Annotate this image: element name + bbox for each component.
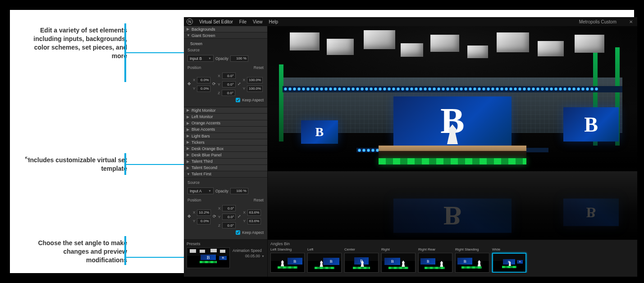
tree-item[interactable]: ▶Right Monitor <box>184 107 267 114</box>
tree-label: Desk Orange Box <box>192 146 224 151</box>
scale-y[interactable]: 100.0% <box>247 86 263 92</box>
menu-file[interactable]: File <box>239 19 247 24</box>
set-viewport[interactable]: B B B <box>268 26 637 240</box>
right-monitor: B <box>563 107 619 142</box>
y-label: Y <box>218 215 220 219</box>
keep-aspect-checkbox-2[interactable] <box>236 230 240 235</box>
tree-item[interactable]: ▶Desk Orange Box <box>184 146 267 152</box>
scale-yb[interactable]: 63.6% <box>247 218 261 224</box>
menu-view[interactable]: View <box>253 19 263 24</box>
tree-label: Orange Accents <box>192 121 220 125</box>
angle-right-standing[interactable]: Right Standing B <box>455 247 489 273</box>
angle-wide[interactable]: Wide B B <box>492 247 526 273</box>
z-label: Z <box>218 91 220 95</box>
tree-talent-first[interactable]: ▼ Talent First <box>184 171 267 178</box>
menu-help[interactable]: Help <box>269 19 278 24</box>
y-label: Y <box>193 219 195 223</box>
source-select[interactable]: Input B ▼ <box>187 55 214 62</box>
x-label: X <box>218 206 220 210</box>
source-label: Source <box>187 48 200 52</box>
presets-column: Presets B B <box>184 240 268 277</box>
source-label: Source <box>187 180 200 185</box>
y-label: Y <box>193 87 195 91</box>
rot-y[interactable]: 0.0° <box>222 81 236 87</box>
preset-thumbnail[interactable]: B B <box>187 247 230 268</box>
tree-item[interactable]: ▶Light Bars <box>184 133 267 139</box>
position-label: Position <box>187 198 201 202</box>
reset-button[interactable]: Reset <box>254 198 264 202</box>
tree-item[interactable]: ▶Orange Accents <box>184 120 267 127</box>
pos-x1[interactable]: 0.0% <box>197 77 210 83</box>
tree-label: Right Monitor <box>192 108 216 113</box>
reset-button[interactable]: Reset <box>254 65 264 70</box>
tree-label: Talent Third <box>192 159 213 164</box>
chevron-right-icon: ▶ <box>187 160 190 164</box>
light-strip-upper <box>283 86 622 92</box>
angle-left[interactable]: Left B <box>307 247 342 273</box>
opacity-field[interactable]: 100 % <box>230 55 248 62</box>
scale-xb[interactable]: 63.6% <box>247 210 261 216</box>
opacity-label: Opacity <box>215 56 228 61</box>
mini-letter: B <box>457 258 472 265</box>
tree-backgrounds[interactable]: ▶ Backgrounds <box>184 26 267 32</box>
source-value: Input A <box>190 189 201 193</box>
anim-speed-value[interactable]: 00.05.00 <box>245 254 260 258</box>
scale-icon[interactable]: ⤢ <box>238 82 241 86</box>
rot-yb[interactable]: 0.0° <box>222 214 236 220</box>
angle-label: Right <box>381 247 416 253</box>
z-label: Z <box>218 224 220 228</box>
rotate-icon[interactable]: ⟳ <box>212 82 216 86</box>
y-label: Y <box>243 87 245 91</box>
ceiling-cube <box>290 32 320 50</box>
chevron-down-icon: ▼ <box>187 33 190 37</box>
ceiling-cube <box>430 35 459 52</box>
screen-sub-label: Screen <box>187 41 264 46</box>
close-button[interactable]: ✕ <box>627 19 635 24</box>
angle-label: Right Rear <box>418 247 452 253</box>
callout-1-text: Edit a variety of set elements including… <box>23 26 127 60</box>
angle-left-standing[interactable]: Left Standing B <box>270 247 305 273</box>
rot-xb[interactable]: 0.0° <box>222 205 236 211</box>
mini-letter: B <box>219 256 227 260</box>
scale-icon[interactable]: ⤢ <box>238 214 241 219</box>
tree-giant-screen[interactable]: ▼ Giant Screen <box>184 32 267 39</box>
tree-item[interactable]: ▶Blue Accents <box>184 127 267 133</box>
source-select-2[interactable]: Input A ▼ <box>187 187 214 194</box>
tree-item[interactable]: ▶Left Monitor <box>184 114 267 120</box>
y-label: Y <box>218 82 220 87</box>
angle-right[interactable]: Right B <box>381 247 416 273</box>
move-icon[interactable]: ✥ <box>187 82 191 86</box>
angle-label: Left <box>307 247 342 253</box>
app-logo-icon: N <box>187 18 193 25</box>
rotate-icon[interactable]: ⟳ <box>213 214 216 219</box>
angle-right-rear[interactable]: Right Rear B <box>418 247 452 273</box>
scale-x[interactable]: 100.0% <box>247 77 263 83</box>
keep-aspect-checkbox[interactable] <box>236 98 240 102</box>
bottom-strip: Presets B B <box>184 240 637 277</box>
move-icon[interactable]: ✥ <box>187 214 191 219</box>
chevron-right-icon: ▶ <box>187 27 190 31</box>
pos-y1[interactable]: 0.0% <box>197 86 210 92</box>
tree-item[interactable]: ▶Talent Third <box>184 159 267 165</box>
angle-center[interactable]: Center B <box>344 247 379 273</box>
chevron-down-icon: ▼ <box>208 57 211 60</box>
tree-item[interactable]: ▶Desk Blue Panel <box>184 152 267 158</box>
tree-label: Light Bars <box>192 134 210 138</box>
pos-y1b[interactable]: 0.0% <box>197 218 210 224</box>
rot-zb[interactable]: 0.0° <box>222 222 236 228</box>
chevron-right-icon: ▶ <box>187 128 190 132</box>
anim-speed-label: Animation Speed <box>233 248 262 253</box>
rot-z[interactable]: 0.0° <box>222 90 235 96</box>
chevron-down-icon[interactable]: ▼ <box>261 255 265 258</box>
angle-label: Wide <box>492 247 526 253</box>
rot-x[interactable]: 0.0° <box>222 73 236 79</box>
ceiling-cube <box>401 43 423 57</box>
pos-x1b[interactable]: 10.2% <box>197 210 211 216</box>
y-label: Y <box>243 219 245 223</box>
giant-screen-panel: Screen Source Input B ▼ Opacity 100 % Po… <box>184 39 267 107</box>
opacity-field-2[interactable]: 100 % <box>230 188 248 194</box>
tree-item[interactable]: ▶Talent Second <box>184 165 267 171</box>
ceiling-cube <box>575 35 604 53</box>
reflection: B <box>563 199 619 226</box>
tree-item[interactable]: ▶Tickers <box>184 139 267 146</box>
